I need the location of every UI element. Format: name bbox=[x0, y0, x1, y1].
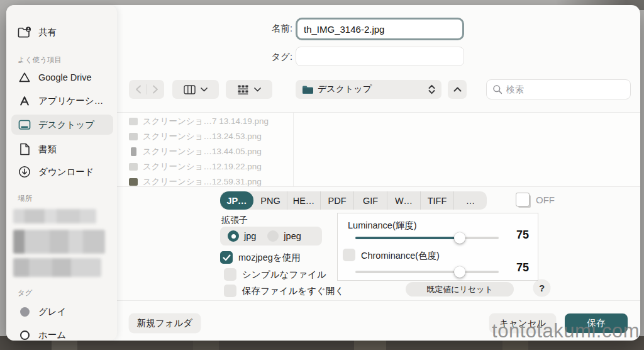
extension-radio-group: jpg jpeg bbox=[220, 227, 322, 246]
format-tab-heic[interactable]: HE… bbox=[287, 191, 320, 210]
screen: 名前: タグ: bbox=[0, 0, 644, 350]
watermark: tontotakumi.com bbox=[492, 320, 640, 342]
format-tab-pdf[interactable]: PDF bbox=[320, 191, 353, 210]
filename-input[interactable] bbox=[296, 18, 464, 40]
chrominance-label: Chrominance(色度) bbox=[361, 250, 440, 262]
sidebar-item-label: Google Drive bbox=[38, 72, 92, 82]
extension-label: 拡張子 bbox=[221, 215, 248, 226]
off-label: OFF bbox=[536, 195, 555, 205]
chrominance-value: 75 bbox=[516, 261, 529, 274]
help-button[interactable]: ? bbox=[533, 279, 550, 296]
file-thumbnail-icon bbox=[131, 147, 136, 156]
forward-icon[interactable] bbox=[152, 85, 158, 94]
file-row[interactable]: スクリーンショ…13.44.05.png bbox=[117, 144, 292, 159]
shared-folder-icon bbox=[18, 25, 31, 39]
name-field-label: 名前: bbox=[255, 23, 292, 35]
search-field[interactable] bbox=[486, 79, 631, 99]
sidebar-item-label: 共有 bbox=[38, 26, 57, 38]
chrominance-slider-thumb[interactable] bbox=[454, 266, 465, 278]
column-view-button[interactable] bbox=[172, 80, 219, 99]
off-checkbox[interactable] bbox=[516, 193, 530, 206]
format-tab-tiff[interactable]: TIFF bbox=[420, 191, 453, 210]
luminance-slider[interactable] bbox=[355, 237, 499, 239]
folder-location-select[interactable]: デスクトップ bbox=[296, 80, 441, 99]
simple-file-option-row: シンプルなファイル bbox=[224, 268, 326, 281]
file-row[interactable]: スクリーンショ…13.24.53.png bbox=[117, 129, 292, 144]
sidebar-item-downloads[interactable]: ダウンロード bbox=[11, 162, 113, 181]
sidebar-item-documents[interactable]: 書類 bbox=[11, 140, 113, 159]
open-after-save-label: 保存ファイルをすぐ開く bbox=[242, 285, 344, 297]
sidebar-item-desktop[interactable]: デスクトップ bbox=[11, 115, 113, 135]
group-view-button[interactable] bbox=[226, 80, 272, 99]
sidebar-item-label: グレイ bbox=[38, 306, 67, 318]
luminance-slider-fill bbox=[355, 237, 460, 239]
sidebar-item-google-drive[interactable]: Google Drive bbox=[11, 68, 113, 87]
luminance-slider-thumb[interactable] bbox=[454, 232, 465, 244]
sidebar-item-label: 書類 bbox=[38, 144, 57, 155]
sidebar-item-tag-gray[interactable]: グレイ bbox=[11, 302, 113, 321]
redacted-location-item[interactable] bbox=[13, 209, 96, 223]
selected-folder-label: デスクトップ bbox=[318, 84, 425, 95]
file-browser: スクリーンショ…7 13.14.19.png スクリーンショ…13.24.53.… bbox=[117, 112, 640, 187]
sidebar-item-tag-home[interactable]: ホーム bbox=[11, 325, 113, 344]
chrominance-checkbox[interactable] bbox=[343, 249, 355, 261]
file-row[interactable]: スクリーンショ…7 13.14.19.png bbox=[117, 114, 292, 129]
redacted-location-item[interactable] bbox=[13, 258, 101, 277]
desktop-icon bbox=[18, 118, 31, 132]
format-tab-more[interactable]: … bbox=[453, 191, 487, 210]
sidebar-item-applications[interactable]: アプリケーシ… bbox=[11, 91, 113, 110]
radio-jpeg-label: jpeg bbox=[284, 231, 301, 241]
new-folder-button[interactable]: 新規フォルダ bbox=[129, 313, 201, 333]
radio-jpg-label: jpg bbox=[244, 231, 256, 241]
mozjpeg-label: mozjpegを使用 bbox=[238, 252, 301, 264]
sidebar-section-locations: 場所 bbox=[18, 194, 32, 203]
home-tag-dot-icon bbox=[18, 328, 31, 342]
sidebar-item-label: ホーム bbox=[38, 329, 66, 341]
mozjpeg-option-row: mozjpegを使用 bbox=[220, 251, 301, 264]
radio-jpeg[interactable] bbox=[267, 230, 279, 242]
documents-icon bbox=[18, 142, 31, 156]
mozjpeg-checkbox[interactable] bbox=[220, 251, 233, 264]
sidebar-item-shared[interactable]: 共有 bbox=[11, 23, 113, 42]
back-icon[interactable] bbox=[135, 85, 142, 94]
gray-tag-dot-icon bbox=[18, 305, 31, 319]
sidebar-item-label: ダウンロード bbox=[38, 166, 94, 178]
chevron-up-icon bbox=[453, 87, 462, 92]
open-after-save-option-row: 保存ファイルをすぐ開く bbox=[224, 285, 344, 297]
column-divider bbox=[293, 113, 294, 186]
format-tab-jpg[interactable]: JP… bbox=[220, 191, 253, 210]
open-after-save-checkbox[interactable] bbox=[224, 285, 236, 297]
file-thumbnail-icon bbox=[129, 118, 138, 125]
nav-back-forward-group bbox=[129, 80, 164, 99]
simple-file-label: シンプルなファイル bbox=[242, 269, 326, 281]
tags-input[interactable] bbox=[296, 47, 464, 66]
file-row[interactable]: スクリーンショ…12.19.22.png bbox=[117, 159, 292, 174]
format-segmented-control: JP… PNG HE… PDF GIF W… TIFF … bbox=[220, 191, 487, 210]
chrominance-slider[interactable] bbox=[355, 271, 499, 273]
google-drive-icon bbox=[18, 71, 31, 84]
chevron-down-icon bbox=[201, 88, 208, 92]
applications-icon bbox=[18, 94, 31, 108]
format-tab-gif[interactable]: GIF bbox=[353, 191, 387, 210]
luminance-label: Luminance(輝度) bbox=[348, 220, 417, 232]
luminance-value: 75 bbox=[516, 229, 529, 242]
file-row[interactable]: スクリーンショ…12.59.31.png bbox=[117, 174, 292, 189]
up-down-chevrons-icon bbox=[428, 84, 435, 94]
tags-field-label: タグ: bbox=[255, 51, 292, 63]
format-tab-png[interactable]: PNG bbox=[253, 191, 287, 210]
format-tab-webp[interactable]: W… bbox=[387, 191, 420, 210]
sidebar-item-label: デスクトップ bbox=[38, 119, 94, 131]
folder-icon bbox=[302, 85, 314, 94]
file-thumbnail-icon bbox=[129, 163, 138, 171]
footer-divider bbox=[117, 300, 640, 301]
sidebar-section-favorites: よく使う項目 bbox=[18, 55, 62, 65]
collapse-panel-button[interactable] bbox=[448, 80, 467, 99]
radio-jpg[interactable] bbox=[228, 230, 239, 242]
search-icon bbox=[492, 84, 502, 94]
redacted-location-item[interactable] bbox=[13, 230, 105, 254]
sidebar-item-label: アプリケーシ… bbox=[38, 95, 103, 107]
search-input[interactable] bbox=[506, 84, 625, 94]
quality-panel: Luminance(輝度) 75 Chrominance(色度) 75 bbox=[337, 213, 538, 281]
reset-defaults-button[interactable]: 既定値にリセット bbox=[406, 282, 514, 296]
simple-file-checkbox[interactable] bbox=[224, 268, 236, 281]
